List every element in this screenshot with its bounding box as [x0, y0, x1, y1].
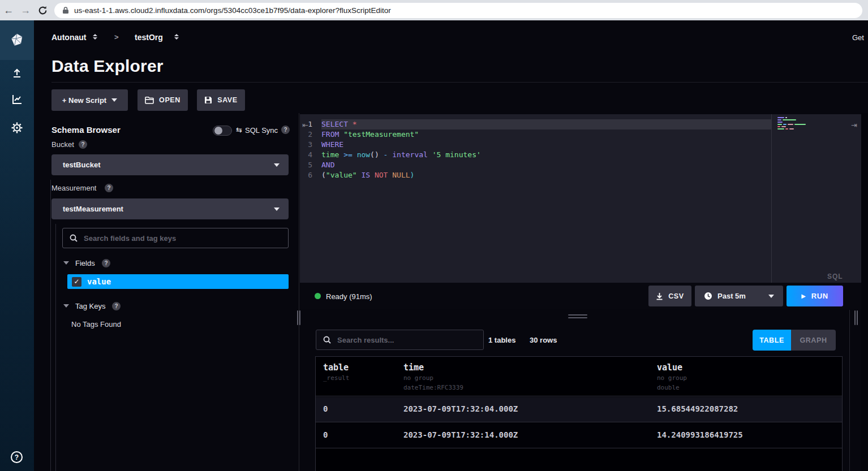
measurement-label: Measurement [51, 184, 96, 192]
breadcrumb-org[interactable]: Autonaut [51, 33, 86, 42]
download-icon [656, 292, 663, 300]
open-label: OPEN [159, 96, 181, 104]
table-row[interactable]: 0 2023-07-09T17:32:04.000Z 15.6854492208… [316, 397, 842, 422]
address-bar[interactable]: us-east-1-1.aws.cloud2.influxdata.com/or… [54, 3, 862, 18]
browser-toolbar: ← → us-east-1-1.aws.cloud2.influxdata.co… [0, 0, 868, 20]
tables-count: 1 tables [488, 336, 515, 344]
suborg-switcher-icon[interactable] [174, 34, 179, 40]
column-header-time[interactable]: time no group dateTime:RFC3339 [403, 362, 463, 392]
sidebar-upload-icon[interactable] [11, 67, 23, 79]
field-checkbox-checked[interactable]: ✓ [72, 277, 81, 287]
influxdb-logo-icon [10, 33, 24, 47]
url-text: us-east-1-1.aws.cloud2.influxdata.com/or… [74, 6, 391, 15]
lock-icon [62, 6, 69, 14]
minimap-divider [771, 114, 772, 283]
measurement-dropdown[interactable]: testMeasurement [51, 198, 289, 219]
field-item-value[interactable]: ✓ value [67, 274, 289, 289]
browser-forward-icon[interactable]: → [17, 5, 34, 16]
panel-resize-handle[interactable] [297, 310, 298, 325]
app-sidebar [0, 20, 34, 471]
run-label: RUN [811, 292, 828, 300]
table-row[interactable]: 0 2023-07-09T17:32:14.000Z 14.2409931864… [316, 423, 842, 448]
sidebar-settings-gear-icon[interactable] [11, 122, 23, 134]
tab-graph[interactable]: GRAPH [791, 330, 836, 351]
sql-sync-label: SQL Sync [245, 126, 278, 135]
no-tags-text: No Tags Found [71, 320, 121, 329]
fields-label: Fields [75, 259, 95, 267]
play-icon: ▶ [801, 293, 806, 299]
rows-count: 30 rows [530, 336, 557, 344]
editor-language-label: SQL [827, 273, 843, 280]
schema-search-input[interactable] [84, 234, 281, 243]
right-resize-handle[interactable] [854, 310, 856, 325]
open-button[interactable]: OPEN [137, 89, 188, 111]
run-query-button[interactable]: ▶ RUN [787, 286, 843, 306]
measurement-help-icon[interactable]: ? [105, 184, 113, 192]
csv-label: CSV [668, 292, 684, 300]
fields-collapse-icon[interactable] [63, 261, 69, 265]
tag-keys-collapse-icon[interactable] [63, 304, 69, 308]
time-range-label: Past 5m [717, 292, 763, 300]
tag-keys-label: Tag Keys [75, 302, 105, 310]
header-divider [51, 82, 868, 83]
save-button[interactable]: SAVE [197, 89, 245, 111]
time-range-dropdown[interactable]: Past 5m [695, 286, 783, 306]
browser-back-icon[interactable]: ← [0, 5, 17, 16]
code-lines: 1SELECT *2FROM "testMeasurement"3WHERE4t… [306, 119, 771, 180]
page-title: Data Explorer [51, 57, 164, 76]
schema-search-box [62, 228, 289, 248]
status-green-dot [315, 293, 321, 299]
chevron-down-icon [768, 295, 774, 298]
chevron-down-icon [111, 98, 117, 102]
sql-sync-toggle[interactable] [213, 126, 232, 136]
sql-sync-help-icon[interactable]: ? [281, 126, 290, 134]
results-search-box [316, 330, 484, 350]
results-splitter-handle[interactable] [568, 317, 587, 318]
schema-browser-title: Schema Browser [51, 125, 121, 135]
breadcrumb-separator-icon: > [114, 33, 119, 41]
csv-download-button[interactable]: CSV [648, 286, 691, 306]
editor-minimap[interactable] [777, 117, 806, 131]
bucket-value: testBucket [63, 161, 274, 169]
search-icon [70, 234, 78, 242]
tree-guide-line [55, 224, 56, 471]
breadcrumb-suborg[interactable]: testOrg [135, 33, 163, 42]
results-search-input[interactable] [337, 336, 476, 344]
save-disk-icon [204, 96, 212, 104]
measurement-value: testMeasurement [63, 205, 274, 213]
bucket-label: Bucket [51, 140, 74, 149]
toggle-knob [214, 127, 222, 135]
sidebar-logo-button[interactable] [0, 20, 34, 60]
folder-icon [145, 96, 154, 104]
tree-guide-line [50, 180, 51, 471]
sql-editor[interactable]: ⇤ 1SELECT *2FROM "testMeasurement"3WHERE… [300, 114, 861, 283]
tab-table[interactable]: TABLE [753, 330, 791, 351]
sync-arrows-icon: ⇆ [236, 126, 242, 134]
fields-help-icon[interactable]: ? [102, 259, 110, 267]
new-script-label: + New Script [62, 96, 106, 105]
collapse-right-icon[interactable]: ⇥ [851, 121, 857, 129]
bucket-dropdown[interactable]: testBucket [51, 154, 289, 175]
sidebar-help-icon[interactable]: ? [11, 451, 23, 463]
panel-resize-divider[interactable] [299, 113, 299, 471]
org-switcher-icon[interactable] [93, 34, 97, 40]
results-table: table _result time no group dateTime:RFC… [315, 356, 843, 471]
top-right-link[interactable]: Get [852, 33, 864, 42]
panel-resize-handle[interactable] [299, 310, 300, 325]
new-script-button[interactable]: + New Script [51, 89, 128, 111]
results-right-divider [849, 310, 850, 471]
sidebar-data-explorer-icon[interactable] [11, 93, 23, 106]
bucket-help-icon[interactable]: ? [79, 140, 87, 149]
column-header-table[interactable]: table _result [323, 362, 349, 382]
column-header-value[interactable]: value no group double [657, 362, 687, 392]
results-table-header: table _result time no group dateTime:RFC… [316, 357, 842, 396]
right-gutter [861, 113, 868, 471]
chevron-down-icon [274, 163, 280, 167]
results-splitter-handle[interactable] [568, 314, 587, 316]
tag-keys-help-icon[interactable]: ? [112, 302, 121, 310]
right-resize-handle[interactable] [857, 310, 858, 325]
clock-icon [704, 292, 712, 300]
browser-reload-icon[interactable] [34, 6, 51, 15]
chevron-down-icon [274, 208, 280, 211]
field-name: value [87, 277, 111, 286]
